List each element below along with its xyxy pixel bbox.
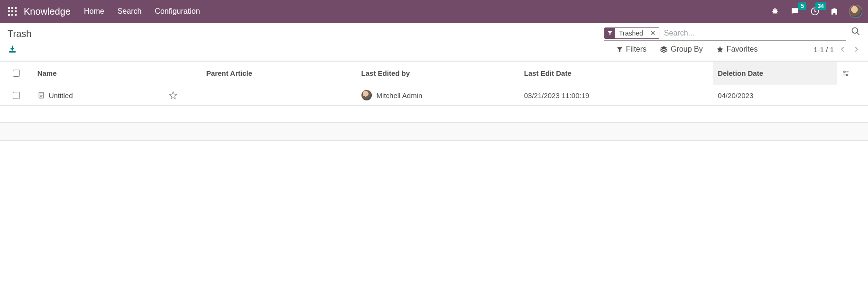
row-checkbox[interactable] [13,92,20,99]
companies-button[interactable] [830,7,839,16]
col-favorite[interactable] [164,62,201,85]
table-footer-row [0,123,868,141]
pager: 1-1 / 1 [813,45,860,54]
pager-prev[interactable] [839,46,847,53]
download-icon [8,45,17,54]
pager-text: 1-1 / 1 [813,45,834,54]
star-outline-icon [169,91,177,99]
filters-button[interactable]: Filters [616,45,647,54]
nav-systray: 5 34 [770,5,862,18]
favorites-button[interactable]: Favorites [716,45,758,54]
export-button[interactable] [8,45,17,54]
activities-button[interactable]: 34 [810,7,820,16]
sliders-icon [842,70,850,77]
row-name: Untitled [49,91,73,99]
col-checkbox [0,62,33,85]
building-icon [830,7,839,16]
funnel-icon [616,46,623,53]
messages-button[interactable]: 5 [790,7,800,16]
app-brand[interactable]: Knowledge [24,6,71,17]
svg-rect-1 [11,7,13,9]
filters-label: Filters [626,45,647,54]
svg-point-15 [843,71,845,72]
chevron-left-icon [840,46,846,53]
funnel-icon [605,28,615,38]
svg-rect-7 [11,14,13,16]
search-icon-button[interactable] [851,27,860,36]
layers-icon [660,45,668,54]
svg-rect-12 [9,51,15,53]
svg-rect-3 [8,10,10,12]
nav-link-home[interactable]: Home [84,7,104,16]
user-avatar[interactable] [849,5,862,18]
nav-links: Home Search Configuration [84,7,200,16]
svg-rect-6 [8,14,10,16]
row-editor: Mitchell Admin [377,91,423,99]
favorite-toggle[interactable] [169,91,196,99]
search-icon [851,27,860,36]
search-bar: Trashed ✕ [604,27,846,41]
svg-point-10 [852,28,858,34]
editor-avatar [361,90,372,100]
apps-icon [8,7,17,16]
col-editor[interactable]: Last Edited by [357,62,519,85]
groupby-label: Group By [671,45,703,54]
select-all-checkbox[interactable] [13,70,20,77]
search-facet-trashed: Trashed ✕ [604,27,659,39]
activities-badge: 34 [815,2,826,10]
row-name-cell: Untitled [37,91,160,99]
document-icon [37,91,45,99]
nav-link-config[interactable]: Configuration [155,7,200,16]
col-options[interactable] [837,62,868,85]
facet-label: Trashed [615,29,647,37]
search-input[interactable] [663,28,846,38]
svg-rect-8 [15,14,17,16]
row-parent [202,85,357,106]
svg-rect-4 [11,10,13,12]
col-parent[interactable]: Parent Article [202,62,357,85]
messages-badge: 5 [798,2,806,10]
facet-remove[interactable]: ✕ [647,29,659,37]
pager-next[interactable] [852,46,860,53]
chevron-right-icon [853,46,859,53]
col-name[interactable]: Name [33,62,165,85]
bug-icon [770,7,780,16]
col-edit-date[interactable]: Last Edit Date [519,62,713,85]
apps-button[interactable] [6,5,19,18]
debug-button[interactable] [770,7,780,16]
navbar: Knowledge Home Search Configuration 5 34 [0,0,868,23]
svg-point-16 [846,74,848,75]
star-icon [716,45,724,53]
svg-rect-0 [8,7,10,9]
page-title: Trash [8,27,31,39]
row-editor-cell: Mitchell Admin [361,90,515,100]
nav-link-search[interactable]: Search [118,7,142,16]
control-panel: Trash Trashed ✕ Filters [0,23,868,61]
favorites-label: Favorites [727,45,758,54]
svg-rect-5 [15,10,17,12]
articles-table: Name Parent Article Last Edited by Last … [0,61,868,141]
row-edit-date: 03/21/2023 11:00:19 [519,85,713,106]
table-spacer-row [0,106,868,123]
svg-line-11 [857,33,859,35]
groupby-button[interactable]: Group By [660,45,703,54]
col-del-date[interactable]: Deletion Date [713,62,837,85]
table-row[interactable]: Untitled Mitchell Admin 03/21/2023 11:00… [0,85,868,106]
svg-rect-2 [15,7,17,9]
row-del-date: 04/20/2023 [713,85,837,106]
